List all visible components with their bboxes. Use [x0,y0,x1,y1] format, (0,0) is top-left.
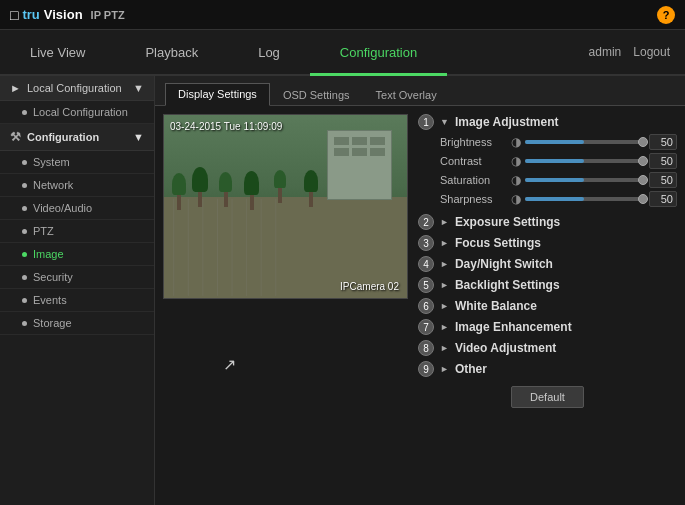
tab-playback[interactable]: Playback [115,32,228,76]
section8-row[interactable]: 8 ► Video Adjustment [418,339,677,357]
sidebar-item-system[interactable]: System [0,151,154,174]
sidebar-item-local-config[interactable]: Local Configuration [0,101,154,124]
section6-chevron: ► [440,301,449,311]
brightness-label: Brightness [440,136,505,148]
section7-chevron: ► [440,322,449,332]
saturation-row: Saturation ◑ 50 [440,172,677,188]
app-logo: □ truVision IP PTZ [10,7,125,23]
config-section-header[interactable]: ⚒ Configuration ▼ [0,124,154,151]
section1-num: 1 [418,114,434,130]
section2-label: Exposure Settings [455,215,560,229]
section8-label: Video Adjustment [455,341,556,355]
logout-button[interactable]: Logout [633,45,670,59]
sub-tabs-bar: Display Settings OSD Settings Text Overl… [155,76,685,106]
section9-row[interactable]: 9 ► Other [418,360,677,378]
contrast-slider-wrap: ◑ [511,154,643,168]
brightness-value: 50 [649,134,677,150]
section3-label: Focus Settings [455,236,541,250]
monitor-icon: ► [10,82,21,94]
section4-label: Day/Night Switch [455,257,553,271]
camera-scene [164,115,407,298]
logo-vision: Vision [44,7,83,22]
help-button[interactable]: ? [657,6,675,24]
tab-live-view[interactable]: Live View [0,32,115,76]
section2-chevron: ► [440,217,449,227]
dot-icon [22,321,27,326]
brightness-thumb [638,137,648,147]
section1-label: Image Adjustment [455,115,559,129]
saturation-fill [525,178,584,182]
section5-label: Backlight Settings [455,278,560,292]
sidebar-item-image[interactable]: Image [0,243,154,266]
config-chevron-icon: ▼ [133,131,144,143]
section5-row[interactable]: 5 ► Backlight Settings [418,276,677,294]
sharpness-label: Sharpness [440,193,505,205]
brightness-slider-track[interactable] [525,140,643,144]
contrast-row: Contrast ◑ 50 [440,153,677,169]
section2-num: 2 [418,214,434,230]
local-config-header-label: Local Configuration [27,82,122,94]
saturation-icon: ◑ [511,173,521,187]
sub-tab-osd-settings[interactable]: OSD Settings [270,84,363,106]
tab-log[interactable]: Log [228,32,310,76]
section7-row[interactable]: 7 ► Image Enhancement [418,318,677,336]
camera-label: IPCamera 02 [340,281,399,292]
dot-icon [22,298,27,303]
saturation-value: 50 [649,172,677,188]
section2-row[interactable]: 2 ► Exposure Settings [418,213,677,231]
sub-tab-display-settings[interactable]: Display Settings [165,83,270,106]
section6-num: 6 [418,298,434,314]
camera-timestamp: 03-24-2015 Tue 11:09:09 [170,121,282,132]
chevron-down-icon: ▼ [133,82,144,94]
image-label: Image [33,248,64,260]
sidebar-item-ptz[interactable]: PTZ [0,220,154,243]
cursor-area: ↗ [163,305,408,503]
default-button[interactable]: Default [511,386,584,408]
section3-row[interactable]: 3 ► Focus Settings [418,234,677,252]
contrast-thumb [638,156,648,166]
dot-icon [22,160,27,165]
dot-icon [22,206,27,211]
sidebar-item-storage[interactable]: Storage [0,312,154,335]
brightness-fill [525,140,584,144]
dot-icon [22,110,27,115]
sharpness-slider-track[interactable] [525,197,643,201]
section6-label: White Balance [455,299,537,313]
section4-num: 4 [418,256,434,272]
section5-chevron: ► [440,280,449,290]
left-panel: 03-24-2015 Tue 11:09:09 IPCamera 02 ↗ [163,114,408,503]
logo-tru: tru [22,7,39,22]
content-area: Display Settings OSD Settings Text Overl… [155,76,685,505]
main-layout: ► Local Configuration ▼ Local Configurat… [0,76,685,505]
contrast-fill [525,159,584,163]
section8-chevron: ► [440,343,449,353]
sub-tab-text-overlay[interactable]: Text Overlay [363,84,450,106]
saturation-thumb [638,175,648,185]
brightness-icon: ◑ [511,135,521,149]
local-config-header[interactable]: ► Local Configuration ▼ [0,76,154,101]
sidebar-item-security[interactable]: Security [0,266,154,289]
sidebar-item-network[interactable]: Network [0,174,154,197]
sharpness-icon: ◑ [511,192,521,206]
section4-row[interactable]: 4 ► Day/Night Switch [418,255,677,273]
adjustment-panel: 1 ▼ Image Adjustment Brightness ◑ [418,114,677,503]
contrast-slider-track[interactable] [525,159,643,163]
section1-row[interactable]: 1 ▼ Image Adjustment [418,114,677,130]
saturation-slider-wrap: ◑ [511,173,643,187]
section6-row[interactable]: 6 ► White Balance [418,297,677,315]
section3-chevron: ► [440,238,449,248]
main-nav: Live View Playback Log Configuration adm… [0,30,685,76]
camera-preview: 03-24-2015 Tue 11:09:09 IPCamera 02 [163,114,408,299]
tab-configuration[interactable]: Configuration [310,32,447,76]
app-header: □ truVision IP PTZ ? [0,0,685,30]
section3-num: 3 [418,235,434,251]
nav-user-area: admin Logout [589,30,685,74]
sidebar-item-events[interactable]: Events [0,289,154,312]
saturation-slider-track[interactable] [525,178,643,182]
admin-label: admin [589,45,622,59]
dot-icon [22,275,27,280]
video-audio-label: Video/Audio [33,202,92,214]
dot-icon [22,183,27,188]
sidebar-item-video-audio[interactable]: Video/Audio [0,197,154,220]
section9-num: 9 [418,361,434,377]
